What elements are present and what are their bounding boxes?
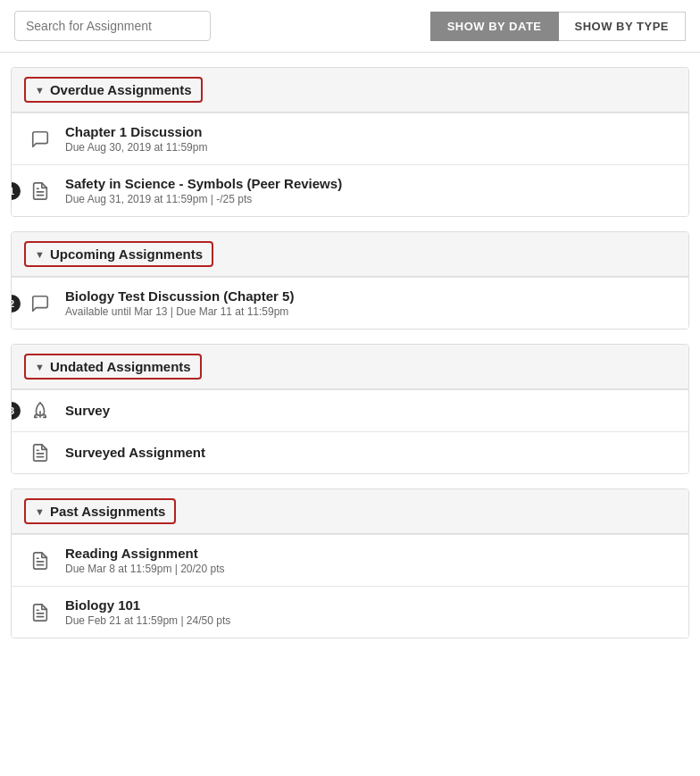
assignment-item[interactable]: Chapter 1 DiscussionDue Aug 30, 2019 at … (12, 113, 688, 164)
section-title-box-undated[interactable]: ▼Undated Assignments (24, 354, 202, 380)
search-input[interactable] (14, 11, 211, 41)
section-overdue: ▼Overdue Assignments Chapter 1 Discussio… (11, 67, 689, 217)
section-title-box-upcoming[interactable]: ▼Upcoming Assignments (24, 241, 213, 267)
assignment-item[interactable]: Surveyed Assignment (12, 431, 688, 473)
assignment-badge: 3 (11, 402, 21, 420)
assignment-meta: Due Aug 30, 2019 at 11:59pm (65, 141, 676, 154)
chevron-down-icon: ▼ (35, 85, 45, 96)
assignment-title: Safety in Science - Symbols (Peer Review… (65, 176, 676, 191)
assignment-badge: 2 (11, 295, 21, 313)
assignment-item[interactable]: 3 Survey (12, 389, 688, 431)
assignment-icon (24, 603, 56, 622)
section-upcoming: ▼Upcoming Assignments2 Biology Test Disc… (11, 231, 689, 330)
section-header-upcoming[interactable]: ▼Upcoming Assignments (12, 232, 688, 277)
assignment-item[interactable]: Biology 101Due Feb 21 at 11:59pm | 24/50… (12, 586, 688, 638)
assignment-item[interactable]: Reading AssignmentDue Mar 8 at 11:59pm |… (12, 534, 688, 586)
section-header-undated[interactable]: ▼Undated Assignments (12, 345, 688, 389)
assignment-meta: Available until Mar 13 | Due Mar 11 at 1… (65, 305, 676, 318)
assignment-meta: Due Feb 21 at 11:59pm | 24/50 pts (65, 614, 676, 627)
page-header: SHOW BY DATE SHOW BY TYPE (0, 0, 700, 53)
section-header-past[interactable]: ▼Past Assignments (12, 489, 688, 534)
chevron-down-icon: ▼ (35, 506, 45, 517)
assignment-title: Chapter 1 Discussion (65, 124, 676, 139)
discussion-icon (24, 129, 56, 149)
chevron-down-icon: ▼ (35, 362, 45, 372)
chevron-down-icon: ▼ (35, 249, 45, 260)
assignments-content: ▼Overdue Assignments Chapter 1 Discussio… (0, 67, 700, 638)
assignment-info: Safety in Science - Symbols (Peer Review… (65, 176, 676, 205)
assignment-info: Surveyed Assignment (65, 445, 676, 462)
assignment-badge: 1 (11, 182, 21, 200)
show-by-type-button[interactable]: SHOW BY TYPE (559, 12, 686, 41)
discussion-icon (24, 294, 56, 313)
assignment-info: Biology 101Due Feb 21 at 11:59pm | 24/50… (65, 597, 676, 627)
section-title-overdue: Overdue Assignments (50, 82, 192, 97)
show-by-date-button[interactable]: SHOW BY DATE (430, 12, 559, 41)
assignment-info: Chapter 1 DiscussionDue Aug 30, 2019 at … (65, 124, 676, 154)
assignment-item[interactable]: 2 Biology Test Discussion (Chapter 5)Ava… (12, 277, 688, 329)
section-title-past: Past Assignments (50, 504, 166, 519)
section-past: ▼Past Assignments Reading AssignmentDue … (11, 488, 689, 638)
assignment-title: Reading Assignment (65, 546, 676, 561)
assignment-title: Biology Test Discussion (Chapter 5) (65, 288, 676, 304)
assignment-item[interactable]: 1 Safety in Science - Symbols (Peer Revi… (12, 164, 688, 216)
assignment-title: Survey (65, 403, 676, 418)
assignment-icon (24, 443, 56, 463)
assignment-info: Survey (65, 403, 676, 420)
section-title-box-overdue[interactable]: ▼Overdue Assignments (24, 77, 203, 103)
survey-icon (24, 401, 56, 421)
assignment-meta: Due Aug 31, 2019 at 11:59pm | -/25 pts (65, 193, 676, 205)
section-title-upcoming: Upcoming Assignments (50, 246, 203, 262)
assignment-info: Reading AssignmentDue Mar 8 at 11:59pm |… (65, 546, 676, 575)
assignment-icon (24, 181, 56, 201)
assignment-info: Biology Test Discussion (Chapter 5)Avail… (65, 288, 676, 318)
assignment-title: Surveyed Assignment (65, 445, 676, 460)
assignment-icon (24, 551, 56, 571)
view-toggle-buttons: SHOW BY DATE SHOW BY TYPE (430, 12, 686, 41)
section-title-undated: Undated Assignments (50, 359, 191, 374)
assignment-meta: Due Mar 8 at 11:59pm | 20/20 pts (65, 563, 676, 575)
section-undated: ▼Undated Assignments3 Survey Surveyed As… (11, 344, 689, 474)
section-header-overdue[interactable]: ▼Overdue Assignments (12, 68, 688, 113)
section-title-box-past[interactable]: ▼Past Assignments (24, 498, 176, 524)
assignment-title: Biology 101 (65, 597, 676, 613)
